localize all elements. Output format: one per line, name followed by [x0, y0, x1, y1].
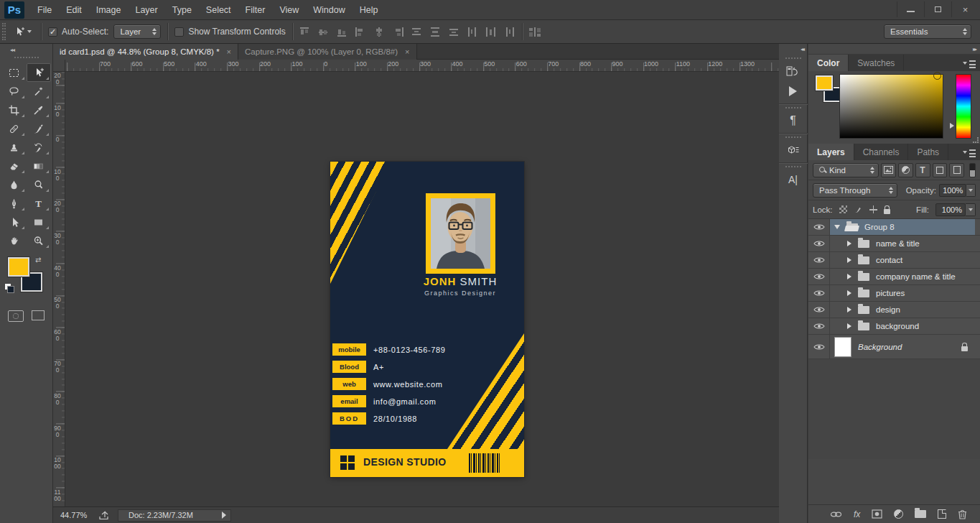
spot-healing-brush-tool[interactable] — [2, 119, 27, 138]
auto-select-checkbox[interactable]: ✓ — [48, 27, 57, 37]
align-right-edges-button[interactable] — [393, 27, 403, 37]
layer-style-icon[interactable]: fx — [854, 509, 860, 519]
crop-tool[interactable] — [2, 101, 27, 119]
menu-image[interactable]: Image — [89, 5, 129, 15]
filter-pixel-layers-button[interactable] — [881, 163, 896, 177]
lock-all-icon[interactable] — [884, 209, 890, 214]
expand-group-icon[interactable] — [847, 257, 851, 263]
menu-help[interactable]: Help — [353, 5, 386, 15]
fill-dropdown-button[interactable] — [966, 203, 976, 216]
add-layer-mask-icon[interactable] — [872, 509, 882, 519]
show-transform-checkbox[interactable] — [174, 27, 184, 37]
eraser-tool[interactable] — [2, 157, 27, 175]
expand-group-icon[interactable] — [847, 323, 851, 329]
tab-swatches[interactable]: Swatches — [849, 55, 904, 71]
horizontal-ruler[interactable]: 7006005004003002001000100200300400500600… — [65, 60, 779, 72]
foreground-color-swatch[interactable] — [816, 75, 833, 91]
lock-position-icon[interactable] — [869, 205, 877, 213]
canvas-pasteboard[interactable]: JONH SMITH Graphics Designer mobile +88-… — [65, 72, 779, 506]
opacity-field[interactable]: 100% — [939, 184, 967, 197]
collapse-tools-icon[interactable]: ◂◂ — [0, 44, 52, 55]
layer-visibility-toggle[interactable] — [808, 285, 830, 301]
brush-tool[interactable] — [27, 119, 51, 138]
zoom-tool[interactable] — [27, 231, 51, 250]
menu-window[interactable]: Window — [306, 5, 352, 15]
layer-row-name-title[interactable]: name & title — [808, 236, 980, 252]
blur-tool[interactable] — [2, 175, 27, 194]
layer-visibility-toggle[interactable] — [808, 302, 830, 318]
distribute-top-edges-button[interactable] — [411, 27, 422, 37]
expand-group-icon[interactable] — [847, 290, 851, 296]
zoom-level-field[interactable]: 44.77% — [60, 511, 92, 519]
foreground-color-swatch[interactable] — [8, 257, 29, 277]
collapse-dock-icon[interactable]: ▸▸ — [808, 44, 980, 55]
swap-colors-icon[interactable]: ⇄ — [35, 256, 41, 264]
character-panel-button[interactable]: A| — [783, 170, 804, 189]
align-horizontal-centers-button[interactable] — [374, 27, 385, 37]
status-menu-arrow-icon[interactable] — [222, 512, 226, 519]
rectangular-marquee-tool[interactable] — [2, 63, 27, 82]
align-left-edges-button[interactable] — [355, 27, 366, 37]
hand-tool[interactable] — [2, 231, 27, 250]
distribute-left-edges-button[interactable] — [467, 27, 478, 37]
hue-slider[interactable] — [956, 74, 971, 139]
export-status-icon[interactable] — [99, 511, 111, 520]
distribute-bottom-edges-button[interactable] — [449, 27, 459, 37]
path-selection-tool[interactable] — [2, 213, 27, 231]
dodge-tool[interactable] — [27, 175, 51, 194]
restore-button[interactable] — [924, 1, 951, 17]
layer-row-company-name-title[interactable]: company name & title — [808, 269, 980, 285]
distribute-right-edges-button[interactable] — [505, 27, 515, 37]
rectangle-shape-tool[interactable] — [27, 213, 51, 231]
panel-menu-icon[interactable] — [963, 149, 976, 156]
close-tab-icon[interactable]: × — [227, 47, 231, 56]
menu-select[interactable]: Select — [199, 5, 238, 15]
filter-kind-dropdown[interactable]: Kind — [813, 163, 879, 177]
layers-list-empty-area[interactable] — [808, 359, 980, 459]
align-top-edges-button[interactable] — [299, 27, 310, 37]
expand-panels-icon[interactable]: ◂◂ — [779, 44, 807, 55]
tab-channels[interactable]: Channels — [854, 144, 909, 160]
distribute-horizontal-centers-button[interactable] — [486, 27, 497, 37]
gradient-tool[interactable] — [27, 157, 51, 175]
new-group-icon[interactable] — [915, 510, 926, 518]
new-adjustment-layer-icon[interactable] — [894, 509, 903, 519]
type-tool[interactable]: T — [27, 194, 51, 213]
expand-group-icon[interactable] — [847, 241, 851, 246]
pen-tool[interactable] — [2, 194, 27, 213]
layer-visibility-toggle[interactable] — [808, 252, 830, 268]
clone-stamp-tool[interactable] — [2, 138, 27, 157]
doc-size-info[interactable]: Doc: 2.23M/7.32M — [118, 509, 231, 522]
layer-row-pictures[interactable]: pictures — [808, 285, 980, 302]
layer-row-contact[interactable]: contact — [808, 252, 980, 269]
layer-visibility-toggle[interactable] — [808, 318, 830, 334]
filter-smart-objects-button[interactable] — [949, 163, 964, 177]
auto-select-target-dropdown[interactable]: Layer — [113, 24, 161, 39]
panel-menu-icon[interactable] — [963, 60, 976, 67]
screen-mode-button[interactable] — [32, 310, 45, 320]
document-tab-idcard[interactable]: id card1.psd @ 44.8% (Group 8, CMYK/8) *… — [53, 44, 238, 60]
filter-toggle-switch[interactable] — [969, 163, 976, 177]
id-card-artwork[interactable]: JONH SMITH Graphics Designer mobile +88-… — [330, 162, 524, 477]
close-tab-icon[interactable]: × — [405, 47, 409, 56]
new-layer-icon[interactable] — [938, 509, 946, 519]
opacity-dropdown-button[interactable] — [966, 184, 976, 197]
auto-align-layers-button[interactable] — [529, 27, 541, 37]
options-gripper[interactable] — [2, 23, 6, 40]
lock-paint-icon[interactable] — [854, 205, 863, 214]
3d-panel-button[interactable] — [783, 140, 804, 159]
history-panel-button[interactable] — [783, 61, 804, 80]
layer-visibility-toggle[interactable] — [808, 335, 830, 358]
quick-mask-mode-button[interactable] — [8, 310, 24, 322]
layer-row-background-group[interactable]: background — [808, 318, 980, 335]
tab-layers[interactable]: Layers — [808, 144, 854, 160]
menu-edit[interactable]: Edit — [59, 5, 89, 15]
hue-slider-arrow[interactable] — [950, 123, 954, 129]
move-tool[interactable] — [27, 63, 51, 82]
collapse-group-icon[interactable] — [834, 225, 840, 229]
menu-type[interactable]: Type — [165, 5, 199, 15]
blend-mode-dropdown[interactable]: Pass Through — [813, 183, 897, 198]
workspace-dropdown[interactable]: Essentials — [884, 24, 971, 39]
vertical-ruler[interactable]: 2001000100200300400500600700800900100011… — [53, 72, 65, 506]
delete-layer-icon[interactable] — [958, 509, 967, 519]
